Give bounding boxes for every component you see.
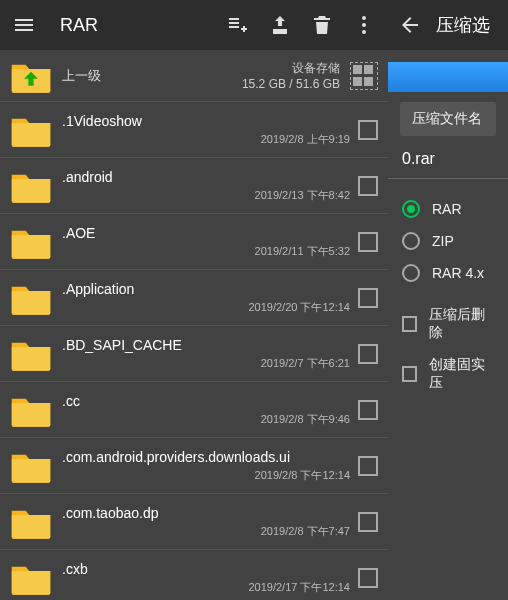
file-row[interactable]: .1Videoshow2019/2/8 上午9:19 — [0, 102, 388, 158]
select-checkbox[interactable] — [358, 288, 378, 308]
file-name: .1Videoshow — [62, 113, 350, 129]
folder-icon — [10, 169, 52, 203]
select-checkbox[interactable] — [358, 512, 378, 532]
radio-label: RAR — [432, 201, 462, 217]
left-toolbar: RAR — [0, 0, 388, 50]
checkbox-icon — [402, 366, 417, 382]
file-list: .1Videoshow2019/2/8 上午9:19.android2019/2… — [0, 102, 388, 600]
radio-label: ZIP — [432, 233, 454, 249]
select-checkbox[interactable] — [358, 456, 378, 476]
folder-icon — [10, 337, 52, 371]
radio-icon — [402, 264, 420, 282]
file-date: 2019/2/8 下午7:47 — [62, 524, 350, 539]
svg-point-0 — [362, 16, 366, 20]
folder-icon — [10, 505, 52, 539]
file-name: .cxb — [62, 561, 350, 577]
select-checkbox[interactable] — [358, 120, 378, 140]
select-checkbox[interactable] — [358, 232, 378, 252]
grid-view-icon[interactable] — [350, 62, 378, 90]
menu-icon[interactable] — [12, 13, 36, 37]
up-row[interactable]: 上一级 设备存储 15.2 GB / 51.6 GB — [0, 50, 388, 102]
svg-point-1 — [362, 23, 366, 27]
radio-label: RAR 4.x — [432, 265, 484, 281]
folder-icon — [10, 449, 52, 483]
file-date: 2019/2/8 上午9:19 — [62, 132, 350, 147]
file-name: .Application — [62, 281, 350, 297]
folder-icon — [10, 225, 52, 259]
extract-icon[interactable] — [268, 13, 292, 37]
file-date: 2019/2/8 下午12:14 — [62, 468, 350, 483]
file-date: 2019/2/8 下午9:46 — [62, 412, 350, 427]
app-title: RAR — [60, 15, 98, 36]
file-row[interactable]: .cc2019/2/8 下午9:46 — [0, 382, 388, 438]
file-name: .com.android.providers.downloads.ui — [62, 449, 350, 465]
radio-icon — [402, 232, 420, 250]
select-checkbox[interactable] — [358, 176, 378, 196]
file-date: 2019/2/17 下午12:14 — [62, 580, 350, 595]
file-row[interactable]: .android2019/2/13 下午8:42 — [0, 158, 388, 214]
file-row[interactable]: .com.taobao.dp2019/2/8 下午7:47 — [0, 494, 388, 550]
option-checkbox[interactable]: 压缩后删除 — [388, 299, 508, 349]
select-checkbox[interactable] — [358, 400, 378, 420]
file-date: 2019/2/20 下午12:14 — [62, 300, 350, 315]
file-date: 2019/2/13 下午8:42 — [62, 188, 350, 203]
folder-icon — [10, 113, 52, 147]
delete-icon[interactable] — [310, 13, 334, 37]
radio-icon — [402, 200, 420, 218]
file-name: .BD_SAPI_CACHE — [62, 337, 350, 353]
filename-button[interactable]: 压缩文件名 — [400, 102, 496, 136]
right-toolbar: 压缩选 — [388, 0, 508, 50]
file-row[interactable]: .AOE2019/2/11 下午5:32 — [0, 214, 388, 270]
option-checkbox[interactable]: 创建固实压 — [388, 349, 508, 399]
format-radio-rar[interactable]: RAR — [388, 193, 508, 225]
back-icon[interactable] — [398, 13, 422, 37]
file-row[interactable]: .com.android.providers.downloads.ui2019/… — [0, 438, 388, 494]
right-title: 压缩选 — [436, 13, 490, 37]
file-row[interactable]: .Application2019/2/20 下午12:14 — [0, 270, 388, 326]
checkbox-icon — [402, 316, 417, 332]
format-radio-zip[interactable]: ZIP — [388, 225, 508, 257]
file-row[interactable]: .cxb2019/2/17 下午12:14 — [0, 550, 388, 600]
checkbox-label: 压缩后删除 — [429, 306, 494, 342]
file-name: .cc — [62, 393, 350, 409]
add-list-icon[interactable] — [226, 13, 250, 37]
file-name: .com.taobao.dp — [62, 505, 350, 521]
folder-icon — [10, 561, 52, 595]
format-radio-rar4x[interactable]: RAR 4.x — [388, 257, 508, 289]
select-checkbox[interactable] — [358, 568, 378, 588]
file-row[interactable]: .BD_SAPI_CACHE2019/2/7 下午6:21 — [0, 326, 388, 382]
checkbox-label: 创建固实压 — [429, 356, 494, 392]
archive-name: 0.rar — [388, 150, 508, 179]
folder-icon — [10, 281, 52, 315]
file-name: .android — [62, 169, 350, 185]
progress-bar — [388, 62, 508, 92]
folder-icon — [10, 393, 52, 427]
file-date: 2019/2/11 下午5:32 — [62, 244, 350, 259]
storage-info: 设备存储 15.2 GB / 51.6 GB — [242, 60, 340, 91]
file-name: .AOE — [62, 225, 350, 241]
folder-up-icon — [10, 59, 52, 93]
select-checkbox[interactable] — [358, 344, 378, 364]
file-date: 2019/2/7 下午6:21 — [62, 356, 350, 371]
svg-point-2 — [362, 30, 366, 34]
up-label: 上一级 — [62, 67, 101, 85]
more-icon[interactable] — [352, 13, 376, 37]
